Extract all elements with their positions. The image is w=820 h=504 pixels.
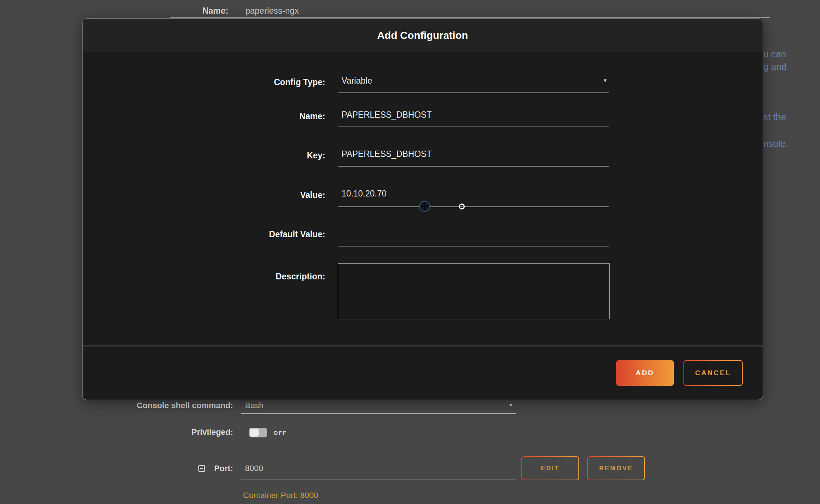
edit-button[interactable]: EDIT (521, 456, 579, 480)
name-label: Name: (83, 111, 325, 121)
move-cursor-icon (419, 201, 430, 212)
value-input[interactable] (338, 189, 609, 199)
bg-name-underline (170, 17, 770, 18)
click-indicator-circle-icon (459, 204, 465, 209)
privileged-toggle[interactable] (249, 428, 267, 437)
cancel-button[interactable]: CANCEL (683, 360, 743, 386)
bg-text-fragment: nsole. (763, 138, 788, 149)
default-value-label: Default Value: (83, 229, 325, 239)
port-label: Port: (0, 464, 233, 473)
container-port-text: Container Port: 8000 (243, 491, 318, 500)
privileged-state-text: OFF (273, 430, 287, 436)
config-type-label: Config Type: (83, 77, 325, 87)
key-label: Key: (83, 151, 325, 161)
name-input[interactable] (338, 110, 609, 120)
key-input[interactable] (338, 149, 609, 159)
privileged-label: Privileged: (0, 427, 233, 437)
description-textarea[interactable] (338, 263, 610, 319)
remove-button[interactable]: REMOVE (587, 456, 645, 480)
bg-text-fragment: st the (763, 112, 786, 122)
footer-divider (83, 346, 763, 346)
default-value-underline (338, 246, 609, 246)
config-type-underline (338, 93, 609, 93)
add-button[interactable]: ADD (616, 360, 674, 386)
bg-text-fragment: g and (763, 61, 787, 72)
port-value-field[interactable]: 8000 (245, 464, 263, 473)
bg-name-label: Name: (0, 6, 228, 16)
key-underline (338, 166, 609, 167)
chevron-down-icon[interactable]: ▼ (603, 78, 608, 83)
port-underline (241, 480, 516, 480)
dialog-header: Add Configuration (83, 19, 763, 52)
chevron-down-icon[interactable]: ▼ (508, 403, 513, 407)
console-shell-select[interactable]: Bash (245, 401, 263, 410)
description-label: Description: (83, 272, 325, 282)
page: { "modal": { "title": "Add Configuration… (0, 0, 820, 504)
value-underline (338, 206, 609, 207)
bg-name-value: paperless-ngx (245, 6, 299, 16)
bg-text-fragment: u can (763, 49, 786, 60)
toggle-knob-icon (250, 429, 259, 437)
config-type-select[interactable] (338, 76, 609, 86)
dialog-title: Add Configuration (83, 19, 763, 52)
default-value-input[interactable] (338, 228, 609, 238)
console-shell-label: Console shell command: (0, 401, 233, 410)
console-shell-underline (241, 413, 516, 414)
value-label: Value: (83, 190, 325, 200)
name-underline (338, 127, 609, 127)
